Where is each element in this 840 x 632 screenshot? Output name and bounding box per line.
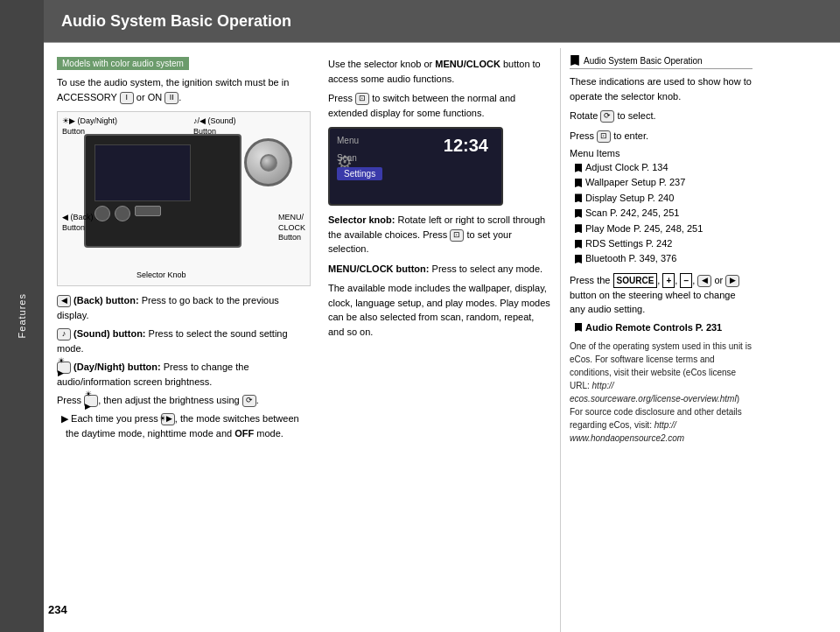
back-icon: ◀ [57, 295, 71, 307]
header-divider [44, 42, 840, 43]
menu-item-4: Play Mode P. 245, 248, 251 [570, 222, 752, 235]
daynight-label: ☀▶ (Day/Night)Button [62, 116, 117, 137]
daynight-button-info: ☀▶ (Day/Night) button: Press to change t… [57, 360, 313, 390]
header: Audio System Basic Operation [44, 0, 840, 42]
book-icon-3 [574, 209, 583, 218]
menu-item-label-5: RDS Settings [585, 237, 643, 250]
remote-link-page: P. 231 [696, 322, 722, 333]
sound-button-info: ♪ (Sound) button: Press to select the so… [57, 327, 313, 356]
book-icon-6 [574, 255, 583, 263]
main-content: Models with color audio system To use th… [44, 48, 840, 632]
back-button-info: ◀ (Back) button: Press to go back to the… [57, 293, 313, 323]
diagram-wrapper: ☀▶ (Day/Night)Button ♪/◀ (Sound)Button ◀… [57, 111, 313, 286]
selector-knob-info: Selector knob: Rotate left or right to s… [328, 213, 551, 256]
menu-clock-bold-label: MENU/CLOCK button: [328, 263, 429, 274]
menu-item-page-6: P. 349, 376 [628, 252, 676, 265]
menu-item-page-5: P. 242 [646, 237, 672, 250]
sidebar-label: Features [17, 293, 27, 338]
menu-clock-desc: Press to select any mode. [432, 263, 543, 274]
ecos-url-3: http:// [654, 420, 676, 430]
model-badge: Models with color audio system [57, 57, 189, 70]
ecos-url-1: http:// [592, 381, 614, 390]
menu-item-page-2: P. 240 [648, 192, 674, 205]
selector-knob-diagram [244, 138, 292, 186]
menu-item-5: RDS Settings P. 242 [570, 237, 752, 250]
header-title: Audio System Basic Operation [61, 12, 291, 31]
audio-diagram: ☀▶ (Day/Night)Button ♪/◀ (Sound)Button ◀… [57, 111, 311, 286]
menu-item-page-0: P. 134 [641, 161, 668, 174]
sound-icon: ♪ [57, 328, 71, 341]
right-panel-title-text: Audio System Basic Operation [584, 56, 703, 66]
press-enter-text: Press ⊡ to enter. [570, 129, 752, 144]
book-icon-4 [574, 224, 583, 233]
menu-item-2: Display Setup P. 240 [570, 192, 752, 205]
menu-item-3: Scan P. 242, 245, 251 [570, 207, 752, 220]
button-2 [115, 206, 130, 221]
head-unit-screen [94, 144, 191, 201]
accessory-icon-2: II [164, 92, 178, 104]
middle-column: Use the selector knob or MENU/CLOCK butt… [324, 48, 560, 632]
plus-btn: + [662, 273, 675, 288]
back-label: ◀ (Back)Button [62, 213, 94, 233]
head-unit-buttons [94, 206, 161, 221]
selector-knob-inner [260, 154, 277, 172]
display-menu: Menu [337, 136, 359, 145]
menu-item-label-2: Display Setup [585, 192, 645, 205]
right-intro1: These indications are used to show how t… [570, 74, 752, 103]
next-btn: ▶ [725, 275, 739, 287]
head-unit [84, 134, 242, 248]
selector-knob-bold-label: Selector knob: [328, 214, 395, 225]
ecos-url-4: www.hondaopensource2.com [570, 433, 684, 443]
press-sel-icon: ⊡ [450, 229, 464, 242]
book-icon-1 [574, 179, 583, 187]
sound-label: ♪/◀ (Sound)Button [193, 116, 236, 137]
press-icon: ☀▶ [84, 395, 98, 407]
menu-item-page-1: P. 237 [659, 176, 685, 189]
left-column: Models with color audio system To use th… [44, 48, 324, 632]
display-preview: Menu 12:34 ⚙ Scan Settings [328, 127, 503, 206]
minus-btn: − [680, 273, 692, 288]
right-panel: Audio System Basic Operation These indic… [560, 48, 761, 632]
each-time-item: ▶ Each time you press ☀▶, the mode switc… [57, 411, 313, 441]
press-enter-icon: ⊡ [597, 130, 611, 143]
display-time: 12:34 [444, 136, 488, 156]
intro-text: To use the audio system, the ignition sw… [57, 75, 313, 104]
right-panel-title: Audio System Basic Operation [570, 55, 752, 69]
daynight-btn-icon: ☀▶ [57, 362, 71, 374]
daynight-arrow: ▶ [69, 116, 75, 125]
button-3 [135, 206, 161, 216]
press-icon-2: ☀▶ [161, 413, 175, 425]
menu-item-0: Adjust Clock P. 134 [570, 161, 752, 174]
book-icon-remote [574, 323, 583, 332]
menu-item-label-3: Scan [585, 207, 607, 220]
bottom-text-left: ◀ (Back) button: Press to go back to the… [57, 293, 313, 441]
menu-item-label-6: Bluetooth [585, 252, 626, 265]
menu-item-page-4: P. 245, 248, 251 [634, 222, 703, 235]
rotate-icon: ⟳ [600, 110, 614, 123]
remote-link-label: Audio Remote Controls [585, 322, 693, 333]
book-icon [570, 55, 580, 66]
menu-clock-label: MENU/CLOCKButton [278, 213, 305, 243]
source-button-label: SOURCE [613, 273, 658, 288]
off-label: OFF [234, 428, 254, 439]
menu-items-list: Adjust Clock P. 134 Wallpaper Setup P. 2… [570, 161, 752, 266]
book-icon-5 [574, 240, 583, 249]
display-settings: Settings [337, 167, 382, 180]
back-button-label: (Back) button: [74, 295, 139, 305]
menu-item-1: Wallpaper Setup P. 237 [570, 176, 752, 189]
daynight-button-label: (Day/Night) button: [74, 362, 161, 372]
sound-button-label: (Sound) button: [74, 328, 145, 339]
daynight-icon: ☀ [62, 116, 69, 125]
menu-item-label-0: Adjust Clock [585, 161, 639, 174]
menu-item-page-3: P. 242, 245, 251 [610, 207, 679, 220]
menu-item-label-1: Wallpaper Setup [585, 176, 656, 189]
switch-icon: ⊡ [355, 93, 369, 105]
press-adjust-text: Press ☀▶, then adjust the brightness usi… [57, 393, 313, 408]
menu-clock-info: MENU/CLOCK button: Press to select any m… [328, 262, 551, 277]
source-line: Press the SOURCE, +, −, ◀ or ▶ button on… [570, 273, 752, 317]
book-icon-2 [574, 193, 583, 202]
rotate-text: Rotate ⟳ to select. [570, 109, 752, 123]
display-scan: Scan [337, 153, 357, 163]
software-text: One of the operating system used in this… [570, 340, 752, 445]
sidebar: Features [0, 0, 44, 632]
